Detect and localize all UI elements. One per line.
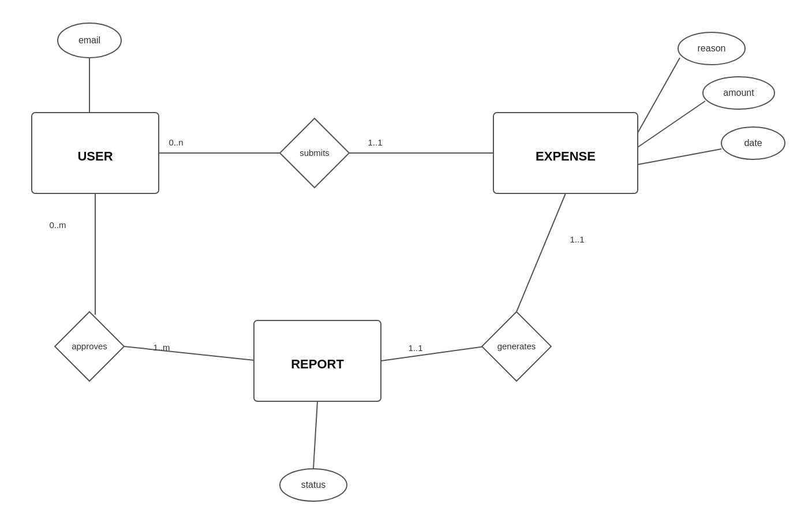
relationship-approves-label: approves (72, 341, 107, 351)
mult-expense-submits: 1..1 (368, 137, 382, 147)
mult-user-submits: 0..n (169, 137, 183, 147)
mult-report-approves: 1..m (153, 342, 170, 352)
svg-line-13 (517, 193, 566, 312)
attribute-email-label: email (78, 35, 100, 45)
attribute-status-label: status (301, 480, 326, 490)
attribute-reason-label: reason (698, 43, 726, 53)
svg-line-8 (638, 149, 721, 165)
svg-line-4 (638, 58, 680, 133)
entity-expense-label: EXPENSE (536, 149, 596, 163)
svg-line-6 (638, 101, 705, 147)
svg-line-11 (124, 346, 260, 361)
mult-report-generates: 1..1 (408, 343, 422, 353)
attribute-date-label: date (744, 138, 762, 148)
mult-expense-generates: 1..1 (570, 234, 584, 244)
mult-user-approves: 0..m (49, 220, 66, 230)
relationship-generates-label: generates (497, 341, 536, 351)
entity-report-label: REPORT (291, 357, 344, 371)
svg-line-14 (313, 401, 317, 469)
entity-user-label: USER (77, 149, 113, 163)
svg-line-12 (381, 346, 485, 361)
relationship-submits-label: submits (300, 148, 330, 158)
attribute-amount-label: amount (723, 88, 754, 98)
